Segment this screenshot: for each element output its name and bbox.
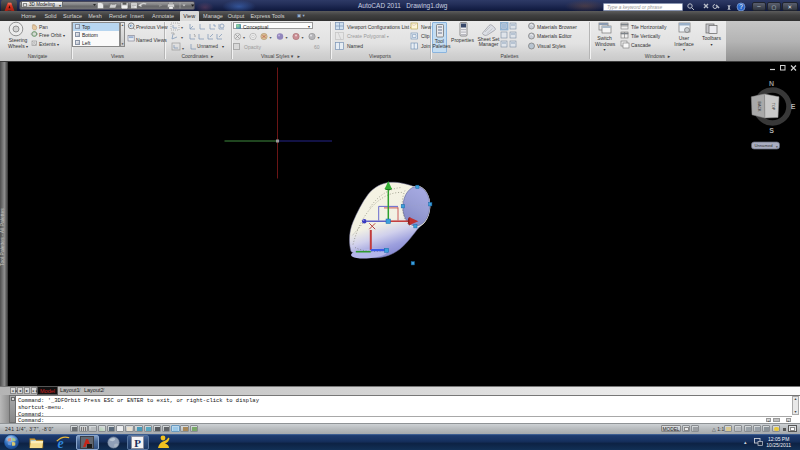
svg-text:N: N bbox=[769, 80, 774, 87]
svg-text:BACK: BACK bbox=[757, 101, 761, 112]
svg-text:S: S bbox=[769, 126, 774, 133]
svg-text:P: P bbox=[134, 437, 141, 449]
svg-text:Unnamed: Unnamed bbox=[754, 143, 773, 148]
svg-text:▾: ▾ bbox=[181, 25, 183, 30]
svg-text:▾: ▾ bbox=[182, 46, 184, 51]
svg-text:TOP: TOP bbox=[771, 102, 775, 110]
svg-text:▾: ▾ bbox=[776, 144, 778, 148]
svg-text:▾: ▾ bbox=[270, 34, 272, 39]
svg-text:E: E bbox=[791, 103, 796, 110]
svg-text:▾: ▾ bbox=[286, 34, 288, 39]
svg-text:▾: ▾ bbox=[243, 34, 245, 39]
svg-text:▾: ▾ bbox=[181, 35, 183, 40]
svg-text:▾: ▾ bbox=[302, 34, 304, 39]
svg-text:▾: ▾ bbox=[318, 34, 320, 39]
svg-text:?: ? bbox=[739, 3, 743, 10]
